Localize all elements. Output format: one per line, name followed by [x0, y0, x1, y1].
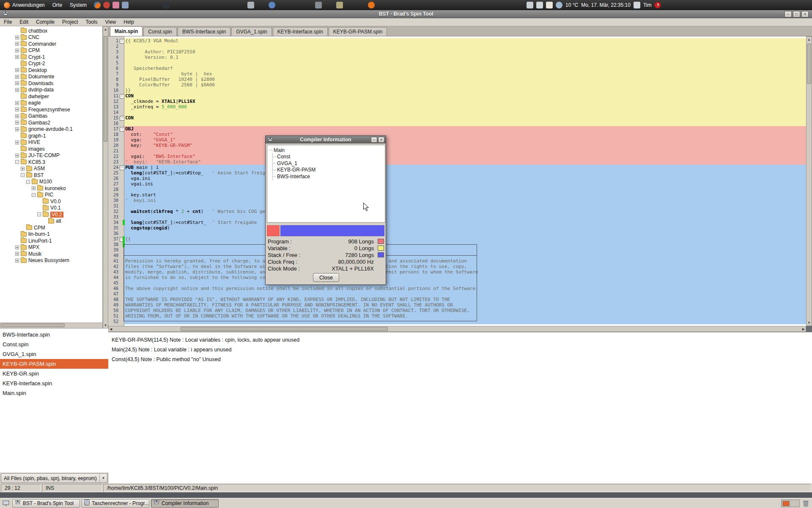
- tree-horizontal-scrollbar[interactable]: [0, 323, 103, 329]
- editor-line[interactable]: 32 waitcnt(clkfreq * 2 + cnt) ' Warten b…: [108, 209, 806, 214]
- editor-line[interactable]: 49WARRANTIES OF MERCHANTABILITY, FITNESS…: [108, 302, 806, 308]
- editor-line[interactable]: 38: [108, 242, 806, 247]
- package-manager-icon[interactable]: [336, 2, 343, 8]
- fold-icon[interactable]: [119, 115, 124, 121]
- editor-line[interactable]: 24PUB main | i: [108, 165, 806, 170]
- file-list-item[interactable]: KEYB-GR-PASM.spin: [0, 359, 108, 369]
- editor-line[interactable]: 13 _xinfreq = 5_000_000: [108, 104, 806, 110]
- tree-item-commander[interactable]: +Commander: [0, 41, 102, 47]
- editor-line[interactable]: 22 vgai: "BWS-Interface": [108, 154, 806, 159]
- file-list-item[interactable]: KEYB-Interface.spin: [0, 378, 108, 388]
- menu-help[interactable]: Help: [120, 19, 138, 25]
- package-icon[interactable]: [122, 2, 129, 8]
- editor-horizontal-scrollbar[interactable]: ◀ ▶: [108, 326, 806, 332]
- file-list-item[interactable]: BWS-Interface.spin: [0, 330, 108, 340]
- tree-item-cnc[interactable]: +CNC: [0, 34, 102, 41]
- tree-item-linuport-1[interactable]: +LinuPort-1: [0, 237, 102, 244]
- fold-icon[interactable]: [119, 165, 124, 170]
- expand-icon[interactable]: +: [15, 259, 19, 262]
- fold-icon[interactable]: [119, 38, 124, 44]
- dialog-tree-item[interactable]: BWS-Interface: [273, 173, 385, 180]
- editor-line[interactable]: 28: [108, 187, 806, 192]
- editor-line[interactable]: 3 Author: PIC18F2550: [108, 49, 806, 55]
- tab-main-spin[interactable]: Main.spin: [110, 26, 143, 36]
- compiler-message[interactable]: Main(24,5) Note : Local variable : i app…: [112, 345, 812, 355]
- expand-icon[interactable]: +: [15, 75, 19, 79]
- editor-line[interactable]: 12 _clkmode = XTAL1|PLL16X: [108, 99, 806, 104]
- tree-item-chattbox[interactable]: +chattbox: [0, 28, 102, 34]
- tree-item-eagle[interactable]: +eagle: [0, 100, 102, 107]
- tree-item-gambas2[interactable]: +Gambas2: [0, 119, 102, 126]
- editor-line[interactable]: 51ARISING FROM, OUT OF OR IN CONNECTION …: [108, 313, 806, 319]
- tree-item-desktop[interactable]: +Desktop: [0, 67, 102, 74]
- editor-line[interactable]: 21: [108, 148, 806, 154]
- expand-icon[interactable]: +: [15, 101, 19, 105]
- expand-icon[interactable]: +: [15, 154, 19, 157]
- tree-item-v0-1[interactable]: +V0.1: [0, 205, 102, 212]
- expand-icon[interactable]: +: [15, 81, 19, 85]
- editor-line[interactable]: 48THE SOFTWARE IS PROVIDED "AS IS", WITH…: [108, 297, 806, 302]
- editor-line[interactable]: 18 cot: "Const": [108, 132, 806, 137]
- editor-line[interactable]: 2: [108, 44, 806, 49]
- tree-item-mpx[interactable]: +MPX: [0, 244, 102, 251]
- maximize-button[interactable]: □: [793, 11, 800, 17]
- editor-vertical-scrollbar[interactable]: ▲ ▼: [806, 36, 812, 326]
- dialog-tree-item[interactable]: Const: [273, 154, 385, 160]
- volume-icon[interactable]: [536, 2, 543, 8]
- editor-line[interactable]: 34 long[cot#STAT_]:=cot#Start_ ' Start f…: [108, 220, 806, 225]
- scroll-up-icon[interactable]: ▲: [807, 38, 812, 41]
- editor-line[interactable]: 33: [108, 214, 806, 220]
- scroll-down-icon[interactable]: ▼: [103, 323, 108, 327]
- editor-line[interactable]: 27 vgai.ini: [108, 181, 806, 187]
- editor-line[interactable]: 17OBJ: [108, 126, 806, 132]
- editor-line[interactable]: 16: [108, 121, 806, 126]
- dialog-titlebar[interactable]: Compiler Information − ×: [266, 136, 386, 144]
- fold-icon[interactable]: [119, 126, 124, 132]
- mixer-icon[interactable]: [634, 2, 640, 8]
- code-editor[interactable]: 1{{ KC85/3 VGA Modul23 Author: PIC18F255…: [108, 36, 806, 326]
- menu-edit[interactable]: Edit: [16, 19, 32, 25]
- firefox-icon[interactable]: [94, 2, 101, 8]
- expand-icon[interactable]: +: [15, 141, 19, 144]
- show-desktop-button[interactable]: [1, 499, 11, 508]
- expand-icon[interactable]: +: [15, 42, 19, 46]
- editor-line[interactable]: 42files (the "Software"), to deal in the…: [108, 264, 806, 269]
- editor-line[interactable]: 20 key: "KEYB-GR-PASM": [108, 143, 806, 148]
- tree-item-frequenzsynthese[interactable]: +Frequenzsynthese: [0, 106, 102, 113]
- editor-line[interactable]: 5: [108, 60, 806, 66]
- editor-line[interactable]: 31: [108, 203, 806, 209]
- editor-line[interactable]: 41Permission is hereby granted, free of …: [108, 258, 806, 264]
- editor-line[interactable]: 26 vga.ini: [108, 176, 806, 181]
- editor-line[interactable]: 23' keyi: "KEYB-Interface": [108, 159, 806, 165]
- editor-line[interactable]: 1{{ KC85/3 VGA Modul: [108, 38, 806, 44]
- taskbar-item[interactable]: Compiler Information: [151, 499, 219, 508]
- dialog-minimize-button[interactable]: −: [371, 137, 377, 143]
- editor-line[interactable]: 37{{: [108, 236, 806, 242]
- tree-item-asm[interactable]: +ASM: [0, 166, 102, 172]
- display-icon[interactable]: [315, 2, 322, 8]
- tab-gvga-1-spin[interactable]: GVGA_1.spin: [231, 27, 272, 36]
- printer-icon[interactable]: [247, 2, 254, 8]
- window-titlebar[interactable]: BST - Brad's Spin Tool − □ ×: [0, 10, 812, 18]
- power-button[interactable]: [654, 2, 661, 8]
- tab-bws-interface-spin[interactable]: BWS-Interface.spin: [178, 27, 230, 36]
- fold-icon[interactable]: [119, 236, 124, 242]
- chevron-down-icon[interactable]: ▼: [99, 474, 107, 483]
- mail-icon[interactable]: [112, 2, 119, 8]
- expand-icon[interactable]: +: [15, 114, 19, 118]
- tree-item-bst[interactable]: -BST: [0, 172, 102, 179]
- tab-keyb-gr-pasm-spin[interactable]: KEYB-GR-PASM.spin: [329, 27, 387, 36]
- tree-item-dokumente[interactable]: +Dokumente: [0, 74, 102, 80]
- editor-line[interactable]: 8 PixelBuffer 10240 | $2800: [108, 77, 806, 82]
- media-player-icon[interactable]: [103, 2, 110, 8]
- weather-icon[interactable]: [556, 2, 562, 8]
- file-filter-dropdown[interactable]: All Files (spin, pbas, sprj, binary, eep…: [1, 473, 107, 483]
- editor-line[interactable]: 47: [108, 291, 806, 297]
- collapse-icon[interactable]: -: [32, 193, 36, 197]
- tree-item-dwhelper[interactable]: +dwhelper: [0, 93, 102, 100]
- dialog-tree-item[interactable]: KEYB-GR-PASM: [273, 167, 385, 174]
- temperature-label[interactable]: 10 °C: [565, 2, 578, 8]
- clock-label[interactable]: Mo, 17. Mär, 22:35:10: [581, 2, 631, 8]
- tree-item-cpm[interactable]: +CPM: [0, 47, 102, 54]
- editor-line[interactable]: 15CON: [108, 115, 806, 121]
